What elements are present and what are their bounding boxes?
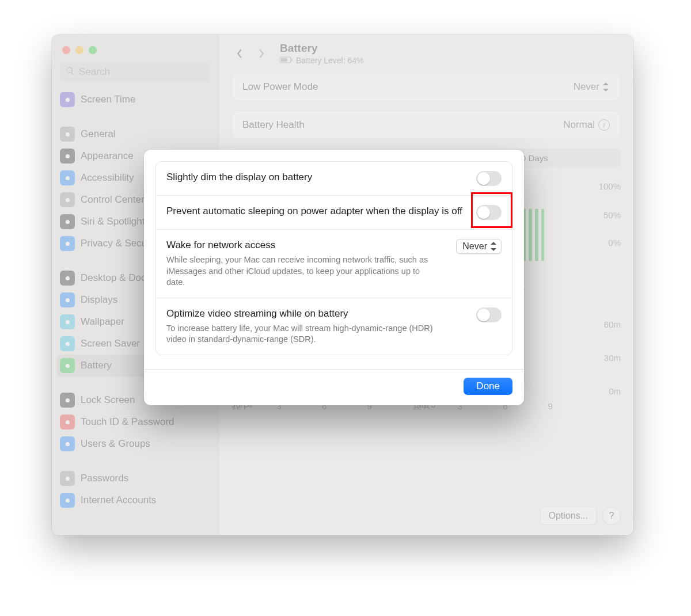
sidebar-item-label: Siri & Spotlight <box>81 216 145 227</box>
sidebar-item-label: Control Center <box>81 194 145 206</box>
sidebar-icon <box>60 271 75 286</box>
battery-health-row[interactable]: Battery Health Normal i <box>232 111 620 139</box>
sidebar-item-label: Screen Saver <box>81 338 140 349</box>
svg-point-3 <box>65 176 69 180</box>
svg-point-10 <box>65 341 69 345</box>
option-row-1: Prevent automatic sleeping on power adap… <box>156 196 512 230</box>
option-label: Slightly dim the display on battery <box>166 171 312 184</box>
select[interactable]: Never <box>456 239 502 254</box>
toggle[interactable] <box>476 307 502 322</box>
select-value: Never <box>462 241 487 252</box>
info-icon[interactable]: i <box>598 119 610 131</box>
sidebar-item-users-groups[interactable]: Users & Groups <box>52 433 218 455</box>
svg-point-7 <box>65 276 69 280</box>
search-icon <box>66 66 75 78</box>
options-button[interactable]: Options... <box>540 507 597 525</box>
svg-point-14 <box>65 442 69 446</box>
sidebar-icon <box>60 436 75 451</box>
search-input[interactable]: Search <box>60 62 210 82</box>
y-tick: 50% <box>603 210 621 220</box>
sidebar-icon <box>60 471 75 486</box>
option-row-2: Wake for network accessWhile sleeping, y… <box>156 230 512 298</box>
toggle[interactable] <box>476 171 502 186</box>
svg-point-5 <box>65 219 69 223</box>
sidebar-item-label: Accessibility <box>81 172 134 184</box>
back-button[interactable] <box>231 45 248 62</box>
y-tick: 0m <box>609 386 621 396</box>
row-label: Battery Health <box>242 119 305 131</box>
sidebar-item-label: Screen Time <box>81 94 135 105</box>
option-description: To increase battery life, your Mac will … <box>166 323 437 345</box>
help-button[interactable]: ? <box>602 507 621 525</box>
svg-point-15 <box>65 476 69 480</box>
svg-point-2 <box>65 154 69 158</box>
row-value: Normal i <box>563 119 610 131</box>
window-controls <box>52 40 218 62</box>
sidebar-item-label: Displays <box>81 294 117 306</box>
updown-icon <box>491 242 498 251</box>
sidebar-icon <box>60 214 75 229</box>
sidebar-icon <box>60 127 75 142</box>
modal-footer: Done <box>144 378 524 395</box>
sidebar-icon <box>60 236 75 251</box>
zoom-window[interactable] <box>89 46 97 54</box>
done-button[interactable]: Done <box>464 378 512 395</box>
minimize-window[interactable] <box>75 46 83 54</box>
svg-point-0 <box>65 97 69 101</box>
sidebar-item-label: Battery <box>81 360 112 371</box>
battery-health-card: Battery Health Normal i <box>231 111 621 139</box>
svg-point-4 <box>65 197 69 201</box>
page-subtitle: Battery Level: 64% <box>280 56 364 65</box>
svg-point-6 <box>65 241 69 245</box>
option-row-3: Optimize video streaming while on batter… <box>156 298 512 355</box>
svg-rect-19 <box>291 59 293 62</box>
option-label: Prevent automatic sleeping on power adap… <box>166 205 462 218</box>
sidebar-item-general[interactable]: General <box>52 123 218 145</box>
svg-rect-18 <box>281 58 287 62</box>
header: Battery Battery Level: 64% <box>219 35 633 73</box>
sidebar-item-label: Internet Accounts <box>81 495 156 506</box>
y-tick: 100% <box>599 181 621 191</box>
separator <box>144 369 524 370</box>
forward-button[interactable] <box>253 45 269 62</box>
sidebar-item-internet-accounts[interactable]: Internet Accounts <box>52 489 218 511</box>
sidebar-icon <box>60 393 75 408</box>
option-label: Optimize video streaming while on batter… <box>166 307 437 321</box>
sidebar-icon <box>60 415 75 429</box>
sidebar-item-label: Wallpaper <box>81 316 124 328</box>
svg-point-12 <box>65 398 69 402</box>
sidebar-item-screen-time[interactable]: Screen Time <box>52 89 218 111</box>
svg-point-16 <box>65 498 69 502</box>
page-title: Battery <box>280 42 364 55</box>
sidebar-icon <box>60 92 75 107</box>
sidebar-icon <box>60 314 75 329</box>
sidebar-icon <box>60 149 75 163</box>
option-description: While sleeping, your Mac can receive inc… <box>166 254 437 288</box>
sidebar-icon <box>60 170 75 185</box>
y-tick: 30m <box>604 353 621 363</box>
row-value: Never <box>574 81 610 93</box>
sidebar-icon <box>60 336 75 351</box>
close-window[interactable] <box>62 46 70 54</box>
option-label: Wake for network access <box>166 239 437 252</box>
footer-buttons: Options... ? <box>540 507 621 525</box>
toggle[interactable] <box>476 205 502 220</box>
sidebar-item-label: Touch ID & Password <box>81 416 174 428</box>
svg-point-9 <box>65 320 69 324</box>
sidebar-icon <box>60 192 75 207</box>
sidebar-item-touch-id-password[interactable]: Touch ID & Password <box>52 411 218 433</box>
low-power-mode-row[interactable]: Low Power Mode Never <box>232 73 620 101</box>
svg-point-13 <box>65 420 69 424</box>
svg-point-11 <box>65 363 69 367</box>
battery-icon <box>280 56 293 65</box>
battery-options-dialog: Slightly dim the display on batteryPreve… <box>144 150 524 405</box>
sidebar-icon <box>60 493 75 508</box>
updown-icon <box>603 82 610 92</box>
y-tick: 60m <box>604 320 621 329</box>
sidebar-item-passwords[interactable]: Passwords <box>52 467 218 489</box>
sidebar-item-label: Appearance <box>81 150 134 162</box>
sidebar-item-label: Desktop & Dock <box>81 272 151 284</box>
options-list: Slightly dim the display on batteryPreve… <box>155 161 512 355</box>
sidebar-item-label: Lock Screen <box>81 394 135 406</box>
sidebar-item-label: Users & Groups <box>81 438 150 450</box>
